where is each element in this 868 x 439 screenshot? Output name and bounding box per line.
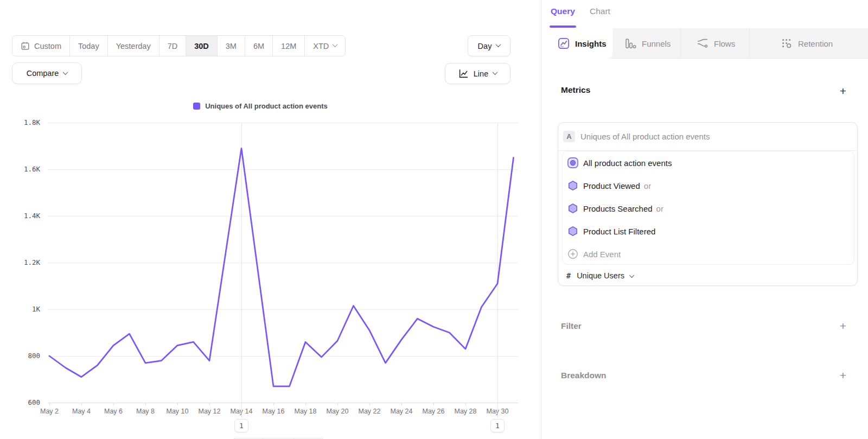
range-12m-button[interactable]: 12M	[272, 36, 304, 56]
event-row-product-list-filtered[interactable]: Product List Filtered	[563, 220, 854, 243]
range-label: Custom	[34, 42, 61, 50]
chevron-down-icon	[333, 42, 338, 47]
chart-legend: Uniques of All product action events	[0, 102, 521, 110]
metric-card: A Uniques of All product action events A…	[558, 122, 858, 286]
calendar-icon	[21, 41, 30, 50]
retention-icon	[781, 37, 793, 49]
add-breakdown-button[interactable]: +	[837, 370, 849, 381]
y-tick-label: 1.6K	[24, 165, 41, 173]
tab-query[interactable]: Query	[551, 7, 575, 16]
x-tick-label: May 20	[327, 408, 349, 415]
event-row-all-product-actions[interactable]: All product action events	[563, 151, 854, 174]
x-tick-label: May 6	[104, 408, 123, 415]
y-tick-label: 1.8K	[24, 118, 41, 126]
tab-flows[interactable]: Flows	[680, 28, 749, 59]
event-hexagon-icon	[567, 180, 579, 192]
range-3m-button[interactable]: 3M	[217, 36, 245, 56]
range-xtd-button[interactable]: XTD	[304, 36, 345, 56]
x-tick-label: May 8	[136, 408, 155, 415]
hash-icon: #	[566, 271, 571, 280]
y-tick-label: 1.4K	[24, 212, 41, 220]
event-list: All product action events Product Viewed…	[562, 151, 854, 265]
report-tab-bar: Insights Funnels Flows	[541, 28, 868, 59]
date-range-control: Custom Today Yesterday 7D 30D 3M 6M 12M …	[12, 35, 346, 56]
add-metric-button[interactable]: +	[837, 85, 849, 97]
active-tab-underline	[550, 26, 576, 28]
funnels-icon	[624, 37, 636, 49]
compare-dropdown[interactable]: Compare	[12, 62, 82, 84]
range-custom-button[interactable]: Custom	[12, 36, 69, 56]
chevron-down-icon	[493, 69, 498, 75]
chevron-down-icon	[496, 42, 501, 47]
add-event-button[interactable]: Add Event	[563, 243, 854, 265]
annotation-badge[interactable]: 1	[234, 419, 248, 432]
x-tick-label: May 26	[423, 408, 445, 415]
tab-chart[interactable]: Chart	[590, 7, 610, 16]
metric-letter-badge: A	[563, 131, 575, 142]
range-6m-button[interactable]: 6M	[245, 36, 272, 56]
tab-funnels[interactable]: Funnels	[612, 28, 680, 59]
y-tick-label: 800	[28, 352, 40, 360]
event-or-suffix: or	[644, 181, 651, 190]
metric-summary-row[interactable]: A Uniques of All product action events	[558, 123, 857, 151]
x-tick-label: May 16	[263, 408, 285, 415]
x-tick-label: May 4	[72, 408, 91, 415]
series-line	[49, 148, 514, 386]
tab-insights[interactable]: Insights	[541, 28, 612, 59]
metrics-heading: Metrics	[561, 85, 590, 95]
query-panel: Query Chart Insights Funnels	[541, 0, 868, 439]
line-chart-icon	[458, 68, 469, 79]
filter-heading: Filter	[561, 321, 582, 331]
event-row-product-viewed[interactable]: Product Viewed or	[563, 174, 854, 197]
flows-icon	[697, 37, 709, 49]
x-tick-label: May 12	[199, 408, 221, 415]
x-tick-label: May 2	[40, 408, 59, 415]
annotation-badge[interactable]: 1	[490, 419, 505, 432]
event-row-products-searched[interactable]: Products Searched or	[563, 197, 854, 220]
chevron-down-icon	[629, 273, 634, 278]
range-30d-button[interactable]: 30D	[186, 36, 217, 56]
x-tick-label: May 10	[167, 408, 189, 415]
legend-label[interactable]: Uniques of All product action events	[205, 102, 328, 110]
metric-summary-label: Uniques of All product action events	[580, 132, 710, 141]
y-tick-label: 1.2K	[24, 258, 41, 266]
add-filter-button[interactable]: +	[837, 320, 849, 332]
chart-type-dropdown[interactable]: Line	[445, 63, 510, 84]
breakdown-heading: Breakdown	[561, 371, 607, 380]
add-circle-icon	[567, 248, 579, 260]
tab-retention[interactable]: Retention	[749, 28, 868, 59]
x-tick-label: May 28	[455, 408, 477, 415]
range-yesterday-button[interactable]: Yesterday	[107, 36, 159, 56]
x-tick-label: May 18	[295, 408, 317, 415]
chevron-down-icon	[63, 69, 68, 75]
x-tick-label: May 22	[359, 408, 381, 415]
y-tick-label: 600	[28, 398, 40, 406]
event-or-suffix: or	[656, 204, 663, 213]
event-hexagon-icon	[567, 202, 579, 214]
event-hexagon-icon	[567, 225, 579, 237]
legend-swatch[interactable]	[193, 103, 200, 110]
all-events-icon	[567, 157, 579, 169]
y-tick-label: 1K	[32, 305, 41, 313]
range-today-button[interactable]: Today	[69, 36, 107, 56]
x-tick-label: May 24	[391, 408, 413, 415]
granularity-dropdown[interactable]: Day	[468, 35, 510, 56]
range-7d-button[interactable]: 7D	[159, 36, 186, 56]
chart-panel: 6008001K1.2K1.4K1.6K1.8KMay 2May 4May 6M…	[0, 0, 541, 439]
insights-icon	[558, 37, 570, 49]
aggregation-selector[interactable]: # Unique Users	[558, 265, 857, 287]
